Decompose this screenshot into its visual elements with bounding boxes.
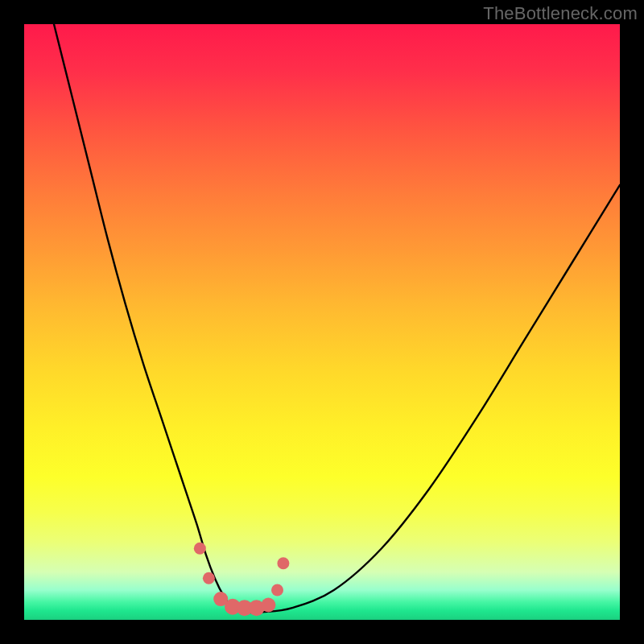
marker-dots-group	[194, 543, 290, 617]
watermark-text: TheBottleneck.com	[483, 3, 638, 24]
marker-dot	[271, 584, 283, 597]
chart-svg	[24, 24, 620, 620]
marker-dot	[203, 572, 215, 584]
bottleneck-curve	[54, 24, 620, 613]
chart-frame: TheBottleneck.com	[0, 0, 644, 644]
marker-dot	[277, 557, 289, 569]
marker-dot	[261, 598, 275, 613]
marker-dot	[194, 543, 206, 555]
